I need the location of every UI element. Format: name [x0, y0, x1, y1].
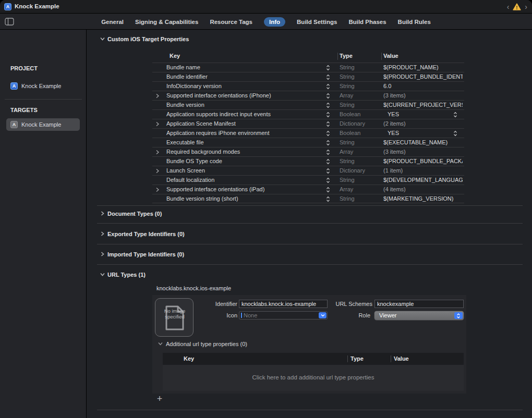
property-type[interactable]: Boolean	[340, 111, 360, 117]
section-custom-properties-header[interactable]: Custom iOS Target Properties	[100, 35, 189, 43]
add-properties-hint[interactable]: Click here to add additional url type pr…	[163, 374, 464, 380]
section-document-types[interactable]: Document Types (0)	[100, 210, 162, 218]
property-type[interactable]: String	[340, 102, 355, 108]
property-type[interactable]: String	[340, 64, 355, 70]
property-type[interactable]: String	[340, 83, 355, 89]
property-type[interactable]: Array	[340, 186, 353, 192]
property-row[interactable]: Application supports indirect input even…	[152, 109, 464, 119]
sidebar-item-project[interactable]: A Knock Example	[6, 80, 80, 92]
property-row[interactable]: Application requires iPhone environment …	[152, 128, 464, 138]
tab-resource-tags[interactable]: Resource Tags	[210, 17, 252, 27]
property-value[interactable]: $(DEVELOPMENT_LANGUAGI	[383, 177, 463, 183]
disclosure-chevron-icon[interactable]	[155, 168, 160, 175]
section-exported-type-identifiers[interactable]: Exported Type Identifiers (0)	[100, 230, 185, 238]
property-type[interactable]: Dictionary	[340, 120, 365, 127]
url-schemes-field[interactable]: knockexample	[374, 300, 464, 308]
property-row[interactable]: Supported interface orientations (iPhone…	[152, 91, 464, 100]
nav-back-icon[interactable]: ‹	[506, 2, 510, 11]
key-stepper-icon[interactable]	[326, 187, 330, 194]
property-value[interactable]: $(CURRENT_PROJECT_VERS	[383, 102, 463, 108]
disclosure-chevron-icon[interactable]	[155, 150, 160, 156]
key-stepper-icon[interactable]	[326, 112, 330, 119]
icon-combobox[interactable]: None	[239, 311, 328, 319]
additional-url-properties-header[interactable]: Additional url type properties (0)	[158, 340, 247, 348]
property-row[interactable]: Required background modes Array(3 items)	[152, 147, 464, 156]
tab-build-rules[interactable]: Build Rules	[398, 17, 431, 27]
property-value[interactable]: (2 items)	[383, 120, 463, 127]
combo-dropdown-button[interactable]	[319, 312, 327, 318]
value-stepper-icon[interactable]	[453, 130, 457, 138]
property-row[interactable]: Executable file String$(EXECUTABLE_NAME)	[152, 138, 464, 147]
property-value[interactable]: (4 items)	[383, 186, 463, 192]
key-stepper-icon[interactable]	[326, 83, 330, 91]
key-stepper-icon[interactable]	[326, 158, 330, 166]
sidebar-item-target[interactable]: A Knock Example	[6, 118, 80, 131]
property-row[interactable]: Bundle OS Type code String$(PRODUCT_BUND…	[152, 156, 464, 166]
nav-forward-icon[interactable]: ›	[524, 2, 528, 11]
property-value[interactable]: $(EXECUTABLE_NAME)	[383, 139, 463, 145]
tab-signing-capabilities[interactable]: Signing & Capabilities	[135, 17, 198, 27]
disclosure-chevron-icon[interactable]	[155, 187, 160, 193]
property-row[interactable]: Bundle version string (short) String$(MA…	[152, 194, 464, 203]
property-row[interactable]: Default localization String$(DEVELOPMENT…	[152, 175, 464, 185]
additional-table-header: Key Type Value	[163, 353, 464, 365]
role-popup[interactable]: Viewer	[374, 311, 464, 320]
property-value[interactable]: $(PRODUCT_BUNDLE_IDENT	[383, 73, 463, 80]
property-type[interactable]: Boolean	[340, 130, 360, 136]
identifier-field[interactable]: knocklabs.knock.ios-example	[239, 300, 328, 308]
property-value[interactable]: (3 items)	[383, 92, 463, 99]
chevron-down-icon	[100, 272, 107, 278]
target-icon: A	[10, 121, 18, 128]
property-value[interactable]: (3 items)	[383, 149, 463, 155]
section-imported-type-identifiers[interactable]: Imported Type Identifiers (0)	[100, 250, 184, 259]
key-stepper-icon[interactable]	[326, 93, 330, 100]
property-row[interactable]: Bundle identifier String$(PRODUCT_BUNDLE…	[152, 72, 464, 81]
disclosure-chevron-icon[interactable]	[155, 121, 160, 128]
property-value[interactable]: $(MARKETING_VERSION)	[383, 195, 463, 202]
property-value[interactable]: YES	[383, 130, 463, 136]
section-url-types[interactable]: URL Types (1)	[100, 271, 146, 279]
property-row[interactable]: Bundle version String$(CURRENT_PROJECT_V…	[152, 100, 464, 109]
property-type[interactable]: String	[340, 73, 355, 80]
property-type[interactable]: String	[340, 195, 355, 202]
property-value[interactable]: 6.0	[383, 83, 463, 89]
property-type[interactable]: Array	[340, 149, 353, 155]
key-stepper-icon[interactable]	[326, 102, 330, 109]
disclosure-chevron-icon[interactable]	[155, 93, 160, 100]
property-row[interactable]: InfoDictionary version String6.0	[152, 81, 464, 91]
chevron-right-icon	[100, 231, 107, 237]
property-type[interactable]: String	[340, 177, 355, 183]
property-type[interactable]: Dictionary	[340, 167, 365, 174]
key-stepper-icon[interactable]	[326, 65, 330, 72]
key-stepper-icon[interactable]	[326, 121, 330, 128]
additional-table-empty-area[interactable]: Click here to add additional url type pr…	[163, 365, 464, 391]
property-value[interactable]: (1 item)	[383, 167, 463, 174]
add-url-type-button[interactable]: +	[154, 394, 165, 404]
tab-build-settings[interactable]: Build Settings	[297, 17, 337, 27]
section-divider	[97, 223, 523, 224]
key-stepper-icon[interactable]	[326, 149, 330, 156]
tab-build-phases[interactable]: Build Phases	[348, 17, 386, 27]
property-type[interactable]: String	[340, 158, 355, 164]
property-type[interactable]: String	[340, 139, 355, 145]
property-row[interactable]: Bundle name String$(PRODUCT_NAME)	[152, 63, 464, 72]
property-type[interactable]: Array	[340, 92, 353, 99]
property-row[interactable]: Supported interface orientations (iPad) …	[152, 185, 464, 194]
warning-icon[interactable]	[513, 3, 521, 10]
key-stepper-icon[interactable]	[326, 177, 330, 185]
property-row[interactable]: Application Scene Manifest Dictionary(2 …	[152, 119, 464, 128]
tab-general[interactable]: General	[101, 17, 124, 27]
sidebar-divider	[5, 99, 82, 100]
property-value[interactable]: $(PRODUCT_NAME)	[383, 64, 463, 70]
key-stepper-icon[interactable]	[326, 168, 330, 175]
popup-stepper-button[interactable]	[454, 312, 463, 319]
property-row[interactable]: Launch Screen Dictionary(1 item)	[152, 166, 464, 175]
property-value[interactable]: YES	[383, 111, 463, 117]
key-stepper-icon[interactable]	[326, 130, 330, 138]
key-stepper-icon[interactable]	[326, 74, 330, 81]
tab-info[interactable]: Info	[264, 17, 285, 27]
property-value[interactable]: $(PRODUCT_BUNDLE_PACKA	[383, 158, 463, 164]
key-stepper-icon[interactable]	[326, 140, 330, 147]
key-stepper-icon[interactable]	[326, 196, 330, 203]
value-stepper-icon[interactable]	[453, 112, 457, 119]
